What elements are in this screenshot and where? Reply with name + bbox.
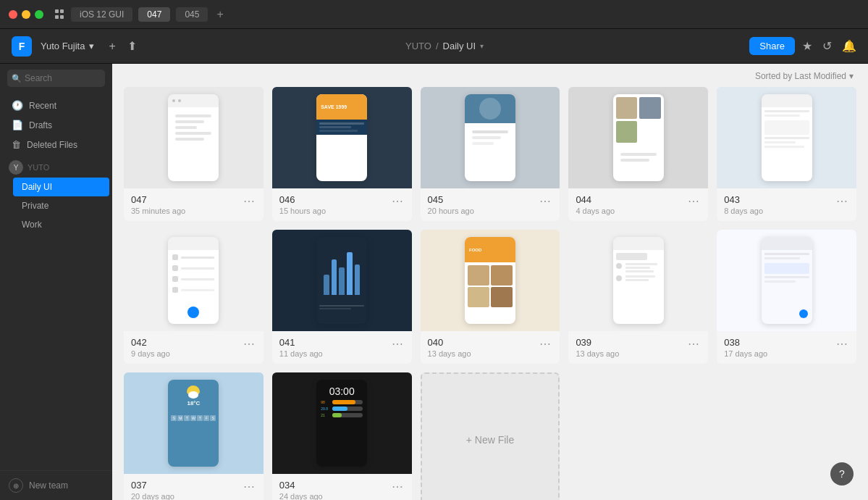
user-menu[interactable]: Yuto Fujita ▾ — [41, 41, 94, 51]
file-date-047: 35 minutes ago — [131, 207, 242, 215]
sidebar-item-drafts[interactable]: 📄 Drafts — [3, 115, 109, 135]
add-tab-button[interactable]: + — [214, 8, 226, 21]
file-date-038: 17 days ago — [724, 349, 835, 358]
user-name: Yuto Fujita — [41, 41, 85, 51]
app-logo: F — [12, 36, 32, 57]
main-toolbar: F Yuto Fujita ▾ + ⬆ YUTO / Daily UI ▾ Sh… — [0, 29, 868, 64]
file-card-034[interactable]: 03:00 98 29.8 21 — [272, 372, 412, 500]
sidebar-item-deleted[interactable]: 🗑 Deleted Files — [3, 135, 109, 154]
file-more-047[interactable]: ⋯ — [242, 194, 256, 208]
file-date-040: 13 days ago — [428, 349, 539, 358]
export-button[interactable]: ⬆ — [125, 36, 140, 56]
app-grid-icon[interactable] — [55, 9, 65, 20]
file-more-038[interactable]: ⋯ — [835, 337, 849, 351]
sort-header: Sorted by Last Modified ▾ — [112, 64, 868, 87]
file-thumb-038 — [717, 230, 856, 331]
toolbar-actions: + ⬆ — [106, 36, 139, 56]
file-info-043: 043 8 days ago ⋯ — [717, 188, 856, 221]
search-container: 🔍 — [0, 64, 112, 93]
sort-arrow-icon: ▾ — [849, 71, 854, 81]
file-more-046[interactable]: ⋯ — [390, 194, 405, 208]
file-meta-041: 041 11 days ago — [279, 337, 390, 358]
file-more-043[interactable]: ⋯ — [835, 194, 849, 208]
sidebar-item-private[interactable]: Private — [13, 196, 109, 215]
file-more-034[interactable]: ⋯ — [390, 480, 405, 493]
file-thumb-047 — [124, 87, 264, 188]
tab-ios12gui[interactable]: iOS 12 GUI — [71, 7, 132, 22]
new-file-card[interactable]: + New File — [421, 372, 560, 500]
sidebar-item-daily-ui-label: Daily UI — [22, 182, 52, 192]
help-button[interactable]: ? — [830, 462, 854, 486]
file-card-040[interactable]: FOOD 040 13 days ago — [421, 230, 560, 364]
breadcrumb-arrow-icon[interactable]: ▾ — [480, 42, 484, 50]
file-name-037: 037 — [131, 480, 242, 491]
close-button[interactable] — [9, 10, 17, 19]
sort-label-text: Sorted by Last Modified — [755, 71, 846, 81]
file-date-042: 9 days ago — [131, 349, 242, 358]
file-name-047: 047 — [131, 194, 242, 205]
file-more-042[interactable]: ⋯ — [242, 337, 256, 351]
file-thumb-045 — [421, 87, 560, 188]
new-team-button[interactable]: ⊕ New team — [0, 470, 112, 500]
search-input[interactable] — [7, 70, 105, 87]
maximize-button[interactable] — [35, 10, 43, 19]
window-controls — [9, 10, 43, 19]
file-meta-038: 038 17 days ago — [724, 337, 835, 358]
file-more-037[interactable]: ⋯ — [242, 480, 256, 493]
org-name: YUTO — [28, 163, 49, 172]
sidebar-item-recent-label: Recent — [29, 101, 56, 111]
file-info-039: 039 13 days ago ⋯ — [568, 331, 708, 364]
file-date-037: 20 days ago — [131, 492, 242, 500]
file-name-038: 038 — [724, 337, 835, 348]
file-card-044[interactable]: 044 4 days ago ⋯ — [568, 87, 708, 221]
add-file-button[interactable]: + — [106, 36, 118, 56]
file-card-042[interactable]: 042 9 days ago ⋯ — [124, 230, 264, 364]
file-card-039[interactable]: 039 13 days ago ⋯ — [568, 230, 708, 364]
sidebar-item-daily-ui[interactable]: Daily UI — [13, 178, 109, 196]
file-date-034: 24 days ago — [279, 492, 390, 500]
breadcrumb-current[interactable]: Daily UI — [443, 41, 476, 51]
file-card-038[interactable]: 038 17 days ago ⋯ — [717, 230, 856, 364]
clock-icon: 🕐 — [12, 100, 23, 111]
breadcrumb: YUTO / Daily UI ▾ — [148, 41, 741, 51]
file-name-041: 041 — [279, 337, 390, 348]
file-meta-040: 040 13 days ago — [428, 337, 539, 358]
sidebar-item-recent[interactable]: 🕐 Recent — [3, 96, 109, 115]
phone-preview-039 — [613, 237, 664, 324]
new-team-icon: ⊕ — [9, 478, 23, 493]
file-card-043[interactable]: 043 8 days ago ⋯ — [717, 87, 856, 221]
file-more-040[interactable]: ⋯ — [538, 337, 552, 351]
file-more-044[interactable]: ⋯ — [686, 194, 701, 208]
org-header[interactable]: Y YUTO — [0, 154, 112, 178]
file-thumb-034: 03:00 98 29.8 21 — [272, 372, 412, 474]
phone-preview-042 — [168, 237, 219, 324]
star-button[interactable]: ★ — [802, 39, 812, 53]
file-more-039[interactable]: ⋯ — [686, 337, 701, 351]
file-grid: 047 35 minutes ago ⋯ SAVE 1999 — [112, 87, 868, 500]
file-date-039: 13 days ago — [576, 349, 686, 358]
phone-preview-044 — [613, 94, 664, 181]
tab-045[interactable]: 045 — [176, 7, 208, 22]
file-card-045[interactable]: 045 20 hours ago ⋯ — [421, 87, 560, 221]
history-button[interactable]: ↺ — [819, 36, 835, 56]
sort-button[interactable]: Sorted by Last Modified ▾ — [755, 71, 854, 81]
file-card-041[interactable]: 041 11 days ago ⋯ — [272, 230, 412, 364]
file-card-037[interactable]: 18°C SMT WTF S 037 20 days ago ⋯ — [124, 372, 264, 500]
file-card-046[interactable]: SAVE 1999 046 15 hours ago ⋯ — [272, 87, 412, 221]
file-more-045[interactable]: ⋯ — [538, 194, 552, 208]
drafts-icon: 📄 — [12, 120, 23, 130]
file-name-034: 034 — [279, 480, 390, 491]
sidebar-item-work[interactable]: Work — [13, 215, 109, 234]
share-button[interactable]: Share — [749, 37, 795, 55]
file-card-047[interactable]: 047 35 minutes ago ⋯ — [124, 87, 264, 221]
file-meta-043: 043 8 days ago — [724, 194, 835, 215]
notifications-button[interactable]: 🔔 — [842, 39, 856, 53]
file-info-037: 037 20 days ago ⋯ — [124, 474, 264, 500]
file-date-046: 15 hours ago — [279, 207, 390, 215]
file-more-041[interactable]: ⋯ — [390, 337, 405, 351]
minimize-button[interactable] — [22, 10, 30, 19]
breadcrumb-org[interactable]: YUTO — [405, 41, 431, 51]
file-info-041: 041 11 days ago ⋯ — [272, 331, 412, 364]
tab-047[interactable]: 047 — [138, 7, 170, 22]
new-file-text: + New File — [466, 434, 515, 446]
